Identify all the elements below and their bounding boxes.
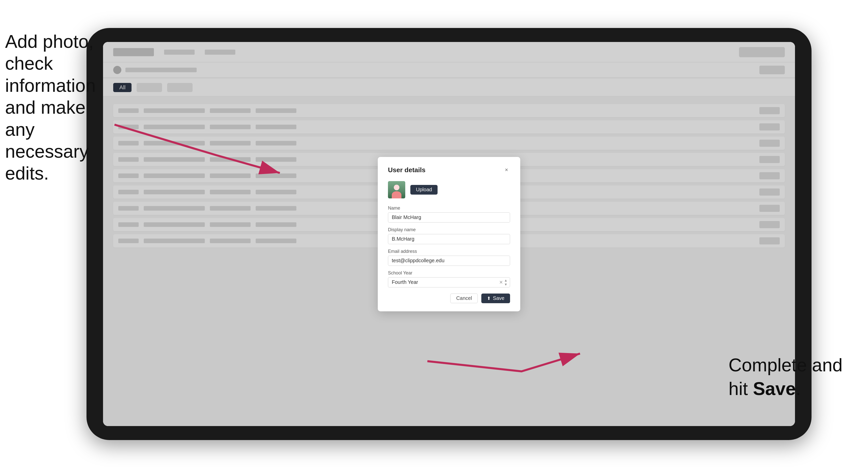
clear-icon[interactable]: ✕ bbox=[499, 280, 503, 285]
arrow-up-icon[interactable]: ▲ bbox=[504, 278, 507, 282]
arrow-down-icon[interactable]: ▼ bbox=[504, 282, 507, 286]
cancel-button[interactable]: Cancel bbox=[450, 293, 478, 303]
school-year-input-wrapper: ✕ ▲ ▼ bbox=[388, 277, 510, 287]
tablet-frame: All bbox=[87, 28, 811, 440]
app-background: All bbox=[103, 42, 795, 426]
name-label: Name bbox=[388, 206, 510, 211]
user-photo-thumbnail bbox=[388, 181, 405, 198]
user-details-modal: User details × Upload Name bbox=[378, 157, 520, 311]
name-input[interactable] bbox=[388, 212, 510, 223]
spinner-arrows[interactable]: ▲ ▼ bbox=[504, 278, 507, 286]
email-label: Email address bbox=[388, 249, 510, 254]
name-field-group: Name bbox=[388, 206, 510, 223]
user-photo-image bbox=[388, 181, 405, 198]
annotation-right-end: . bbox=[796, 378, 801, 399]
photo-row: Upload bbox=[388, 181, 510, 198]
email-field-group: Email address bbox=[388, 249, 510, 266]
upload-photo-button[interactable]: Upload bbox=[410, 185, 438, 195]
tablet-screen: All bbox=[103, 42, 795, 426]
display-name-field-group: Display name bbox=[388, 227, 510, 244]
modal-footer: Cancel ⬆ Save bbox=[388, 293, 510, 303]
modal-title: User details bbox=[388, 166, 425, 174]
display-name-label: Display name bbox=[388, 227, 510, 232]
school-year-controls: ✕ ▲ ▼ bbox=[499, 277, 510, 287]
display-name-input[interactable] bbox=[388, 234, 510, 244]
email-input[interactable] bbox=[388, 256, 510, 266]
modal-overlay[interactable]: User details × Upload Name bbox=[103, 42, 795, 426]
annotation-left: Add photo, check information and make an… bbox=[5, 31, 102, 184]
school-year-label: School Year bbox=[388, 270, 510, 276]
save-button-label: Save bbox=[493, 295, 504, 301]
close-icon[interactable]: × bbox=[503, 166, 510, 174]
save-button[interactable]: ⬆ Save bbox=[481, 293, 510, 303]
save-icon: ⬆ bbox=[487, 295, 491, 301]
modal-header: User details × bbox=[388, 166, 510, 174]
school-year-field-group: School Year ✕ ▲ ▼ bbox=[388, 270, 510, 287]
school-year-input[interactable] bbox=[388, 277, 510, 287]
